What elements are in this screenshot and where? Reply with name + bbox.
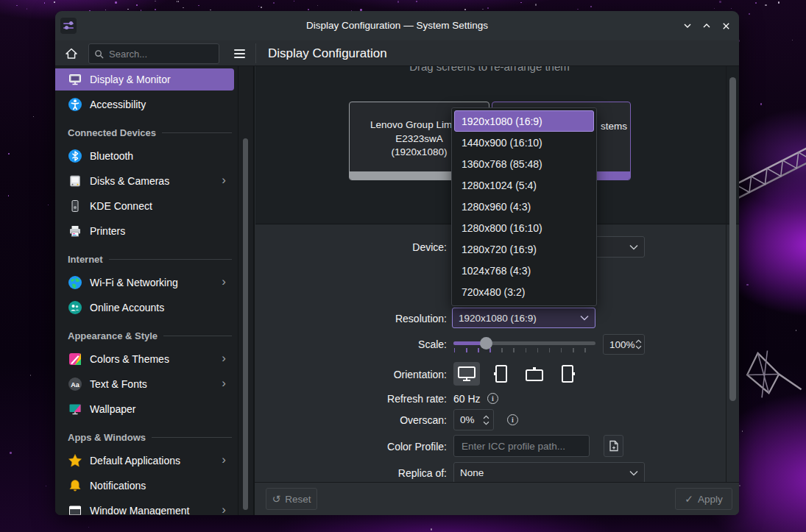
toolbar-separator (255, 43, 256, 63)
accounts-icon (68, 300, 82, 315)
refresh-rate-label: Refresh rate: (263, 393, 447, 405)
spin-down-icon[interactable] (635, 345, 642, 350)
window-icon (68, 503, 82, 515)
content-scrollbar-handle[interactable] (729, 77, 736, 401)
orientation-landscape-flipped-button[interactable] (521, 362, 548, 386)
chevron-down-icon (629, 244, 638, 250)
sidebar-item-accessibility[interactable]: Accessibility (55, 93, 234, 116)
sidebar-item-colors-themes[interactable]: Colors & Themes › (55, 348, 234, 370)
overscan-spinbox[interactable]: 0% (453, 409, 494, 430)
sidebar-item-wifi-networking[interactable]: Wi-Fi & Networking › (55, 272, 234, 294)
resolution-option[interactable]: 1024x768 (4:3) (454, 260, 594, 282)
replica-of-combobox[interactable]: None (453, 462, 645, 483)
search-icon (94, 49, 104, 59)
sidebar-header-appearance-style: Appearance & Style (68, 330, 232, 341)
browse-file-button[interactable] (604, 435, 623, 457)
spin-up-icon[interactable] (635, 339, 642, 344)
chevron-right-icon: › (222, 376, 226, 391)
undo-icon: ↺ (272, 493, 280, 505)
apply-button[interactable]: ✓ Apply (675, 488, 732, 510)
maximize-button[interactable] (701, 20, 713, 32)
search-input[interactable] (107, 48, 203, 60)
close-icon (721, 21, 731, 31)
resolution-combobox[interactable]: 1920x1080 (16:9) (452, 308, 595, 328)
minimize-button[interactable] (682, 20, 693, 32)
search-field[interactable] (88, 43, 219, 64)
menu-button[interactable] (230, 44, 249, 63)
chevron-down-icon (629, 470, 638, 476)
sidebar-item-notifications[interactable]: Notifications (55, 475, 234, 497)
chevron-right-icon: › (222, 503, 226, 515)
refresh-rate-value: 60 Hz (453, 393, 481, 405)
content-scrollbar[interactable] (726, 66, 739, 482)
close-button[interactable] (720, 20, 732, 32)
home-icon (64, 46, 79, 61)
chevron-down-icon (580, 315, 589, 321)
sidebar-item-wallpaper[interactable]: Wallpaper (55, 398, 234, 420)
sidebar-item-bluetooth[interactable]: Bluetooth (55, 145, 234, 167)
bluetooth-icon (68, 149, 82, 163)
spin-up-icon[interactable] (483, 415, 489, 419)
sidebar-scrollbar-handle[interactable] (243, 138, 248, 510)
globe-icon (68, 275, 82, 290)
color-profile-field[interactable] (453, 435, 590, 457)
overscan-label: Overscan: (263, 414, 447, 426)
sidebar-item-disks-cameras[interactable]: Disks & Cameras › (55, 170, 234, 192)
scale-spinbox[interactable]: 100% (603, 334, 645, 355)
orientation-portrait-flipped-button[interactable] (555, 362, 581, 386)
display-config-panel: Drag screens to re-arrange them Lenovo G… (254, 66, 739, 515)
resolution-option[interactable]: 1280x1024 (5:4) (454, 174, 594, 196)
sidebar: Display & Monitor Accessibility Connecte… (55, 66, 238, 515)
desktop: Display Configuration — System Settings (0, 0, 806, 532)
color-profile-label: Color Profile: (263, 441, 447, 453)
sidebar-item-kde-connect[interactable]: KDE Connect (55, 195, 234, 217)
accessibility-icon (68, 97, 82, 112)
check-icon: ✓ (685, 493, 693, 505)
refresh-info-icon[interactable]: i (487, 393, 498, 404)
toolbar: Display Configuration (55, 40, 739, 66)
resolution-option[interactable]: 720x480 (3:2) (454, 282, 594, 303)
sidebar-item-display-monitor[interactable]: Display & Monitor (55, 68, 234, 91)
monitor-icon (68, 72, 82, 87)
resolution-label: Resolution: (263, 313, 447, 324)
drag-hint: Drag screens to re-arrange them (255, 66, 724, 73)
system-settings-window: Display Configuration — System Settings (55, 11, 739, 515)
sidebar-header-internet: Internet (68, 253, 232, 265)
titlebar[interactable]: Display Configuration — System Settings (55, 11, 739, 40)
monitor-portrait-flipped-icon (559, 363, 577, 384)
sidebar-header-connected-devices: Connected Devices (68, 127, 232, 138)
chevron-right-icon: › (222, 453, 226, 467)
scale-label: Scale: (263, 338, 447, 350)
orientation-portrait-button[interactable] (487, 362, 514, 386)
scale-slider[interactable] (453, 334, 595, 353)
sidebar-item-window-management[interactable]: Window Management › (55, 500, 234, 515)
slider-handle[interactable] (480, 337, 492, 350)
resolution-option[interactable]: 1920x1080 (16:9) (454, 110, 594, 132)
resolution-dropdown-popup: 1920x1080 (16:9) 1440x900 (16:10) 1360x7… (451, 107, 597, 306)
sidebar-item-printers[interactable]: Printers (55, 220, 234, 242)
sidebar-scrollbar[interactable] (238, 66, 254, 515)
satellite-body-icon (735, 344, 806, 413)
sidebar-item-text-fonts[interactable]: Aa Text & Fonts › (55, 373, 234, 395)
fonts-icon: Aa (68, 377, 82, 391)
resolution-option[interactable]: 1280x720 (16:9) (454, 239, 594, 260)
sidebar-item-online-accounts[interactable]: Online Accounts (55, 297, 234, 319)
resolution-option[interactable]: 1280x960 (4:3) (454, 196, 594, 217)
monitor-landscape-flipped-icon (524, 365, 545, 383)
overscan-info-icon[interactable]: i (507, 414, 518, 425)
home-button[interactable] (61, 43, 81, 63)
monitor-landscape-icon (456, 365, 477, 383)
color-profile-input[interactable] (460, 440, 583, 453)
device-label: Device: (263, 241, 447, 253)
replica-of-label: Replica of: (263, 467, 447, 479)
resolution-option[interactable]: 1280x800 (16:10) (454, 218, 594, 239)
spin-down-icon[interactable] (483, 421, 489, 425)
resolution-option[interactable]: 1440x900 (16:10) (454, 132, 594, 153)
sidebar-item-default-applications[interactable]: Default Applications › (55, 450, 234, 472)
orientation-label: Orientation: (263, 369, 447, 380)
sidebar-header-apps-windows: Apps & Windows (68, 431, 232, 443)
window-title: Display Configuration — System Settings (55, 11, 739, 40)
orientation-landscape-button[interactable] (453, 362, 480, 386)
resolution-option[interactable]: 1360x768 (85:48) (454, 153, 594, 174)
reset-button[interactable]: ↺ Reset (266, 488, 317, 510)
